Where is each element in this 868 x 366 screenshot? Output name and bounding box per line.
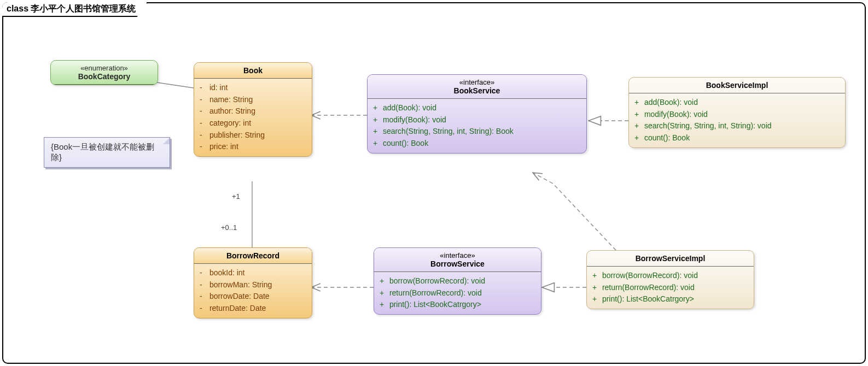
class-name: BookServiceImpl xyxy=(706,81,768,90)
class-head: «interface» BookService xyxy=(368,75,586,99)
signature: modify(Book): void xyxy=(642,110,708,119)
member-row: + borrow(BorrowRecord): void xyxy=(380,275,535,287)
note-text: {Book一旦被创建就不能被删除} xyxy=(51,142,154,162)
member-row: - price: int xyxy=(200,141,306,153)
interface-bookservice[interactable]: «interface» BookService + add(Book): voi… xyxy=(367,74,587,154)
class-book[interactable]: Book - id: int- name: String- author: St… xyxy=(194,62,312,157)
member-row: + add(Book): void xyxy=(634,97,840,109)
signature: name: String xyxy=(207,95,253,104)
member-row: + search(String, String, int, String): v… xyxy=(634,120,840,132)
multiplicity-borrow: +0..1 xyxy=(221,223,237,232)
visibility: + xyxy=(373,138,381,150)
signature: borrowMan: String xyxy=(207,280,272,289)
visibility: - xyxy=(200,94,207,106)
signature: count(): Book xyxy=(381,139,428,147)
interface-borrowservice[interactable]: «interface» BorrowService + borrow(Borro… xyxy=(374,247,541,315)
visibility: + xyxy=(592,270,600,282)
visibility: + xyxy=(380,299,387,311)
signature: category: int xyxy=(207,119,251,127)
member-row: + return(BorrowRecord): void xyxy=(592,282,748,294)
signature: bookId: int xyxy=(207,268,245,277)
visibility: + xyxy=(380,275,387,287)
member-row: + modify(Book): void xyxy=(634,109,840,121)
class-body: - bookId: int- borrowMan: String- borrow… xyxy=(194,264,312,318)
class-name: BorrowServiceImpl xyxy=(636,254,706,263)
member-row: + add(Book): void xyxy=(373,102,581,114)
visibility: - xyxy=(200,141,207,153)
class-body: + add(Book): void+ modify(Book): void+ s… xyxy=(368,99,586,153)
member-row: + print(): List<BookCatrgory> xyxy=(380,299,535,311)
stereotype-label: «interface» xyxy=(372,78,582,86)
visibility: - xyxy=(200,303,207,315)
member-row: - author: String xyxy=(200,105,306,117)
svg-line-0 xyxy=(157,82,194,88)
signature: returnDate: Date xyxy=(207,304,266,312)
signature: search(String, String, int, String): Boo… xyxy=(381,127,514,135)
class-body: + borrow(BorrowRecord): void+ return(Bor… xyxy=(374,272,541,314)
visibility: - xyxy=(200,117,207,129)
frame-title: class 李小平个人图书馆管理系统 xyxy=(2,2,148,17)
visibility: + xyxy=(634,132,642,144)
class-head: BookServiceImpl xyxy=(629,78,845,93)
signature: author: String xyxy=(207,107,255,115)
visibility: + xyxy=(634,97,642,109)
signature: print(): List<BookCatrgory> xyxy=(600,294,694,303)
class-head: Book xyxy=(194,63,312,79)
visibility: + xyxy=(634,120,642,132)
member-row: + count(): Book xyxy=(373,138,581,150)
visibility: - xyxy=(200,105,207,117)
visibility: + xyxy=(592,293,600,305)
class-borrowrecord[interactable]: BorrowRecord - bookId: int- borrowMan: S… xyxy=(194,247,312,318)
member-row: - publisher: String xyxy=(200,129,306,141)
visibility: + xyxy=(373,126,381,138)
member-row: + modify(Book): void xyxy=(373,114,581,126)
class-body: - id: int- name: String- author: String-… xyxy=(194,79,312,156)
signature: id: int xyxy=(207,83,228,92)
member-row: - name: String xyxy=(200,94,306,106)
signature: add(Book): void xyxy=(642,98,698,107)
visibility: + xyxy=(373,114,381,126)
signature: search(String, String, int, String): voi… xyxy=(642,121,772,130)
class-head: BorrowServiceImpl xyxy=(587,251,754,267)
uml-frame: class 李小平个人图书馆管理系统 «enumeration» BookCat xyxy=(2,2,866,364)
member-row: - bookId: int xyxy=(200,267,306,279)
signature: modify(Book): void xyxy=(381,115,446,124)
visibility: - xyxy=(200,129,207,141)
visibility: + xyxy=(634,109,642,121)
class-name: BookService xyxy=(372,86,582,95)
signature: return(BorrowRecord): void xyxy=(600,283,695,292)
member-row: - id: int xyxy=(200,82,306,94)
class-head: «interface» BorrowService xyxy=(374,248,541,272)
class-bookserviceimpl[interactable]: BookServiceImpl + add(Book): void+ modif… xyxy=(628,77,846,148)
visibility: - xyxy=(200,291,207,303)
signature: add(Book): void xyxy=(381,103,436,112)
signature: price: int xyxy=(207,142,238,151)
note-constraint[interactable]: {Book一旦被创建就不能被删除} xyxy=(44,137,170,168)
member-row: + print(): List<BookCatrgory> xyxy=(592,293,748,305)
multiplicity-book: +1 xyxy=(232,192,240,200)
visibility: - xyxy=(200,267,207,279)
class-head: BorrowRecord xyxy=(194,248,312,264)
visibility: + xyxy=(380,287,387,299)
visibility: - xyxy=(200,279,207,291)
member-row: - category: int xyxy=(200,117,306,129)
signature: return(BorrowRecord): void xyxy=(387,288,482,297)
member-row: + return(BorrowRecord): void xyxy=(380,287,535,299)
class-name: BookCategory xyxy=(55,72,153,81)
stereotype-label: «interface» xyxy=(378,251,537,259)
signature: borrow(BorrowRecord): void xyxy=(387,276,485,285)
class-body: + borrow(BorrowRecord): void+ return(Bor… xyxy=(587,267,754,309)
member-row: - borrowMan: String xyxy=(200,279,306,291)
member-row: - borrowDate: Date xyxy=(200,291,306,303)
signature: print(): List<BookCatrgory> xyxy=(387,300,481,309)
signature: count(): Book xyxy=(642,133,690,142)
class-bookcategory[interactable]: «enumeration» BookCategory xyxy=(50,60,158,85)
member-row: - returnDate: Date xyxy=(200,303,306,315)
class-name: BorrowRecord xyxy=(226,251,279,260)
visibility: + xyxy=(592,282,600,294)
class-borrowserviceimpl[interactable]: BorrowServiceImpl + borrow(BorrowRecord)… xyxy=(586,250,754,309)
stereotype-label: «enumeration» xyxy=(55,64,153,72)
visibility: - xyxy=(200,82,207,94)
class-body: + add(Book): void+ modify(Book): void+ s… xyxy=(629,93,845,147)
visibility: + xyxy=(373,102,381,114)
